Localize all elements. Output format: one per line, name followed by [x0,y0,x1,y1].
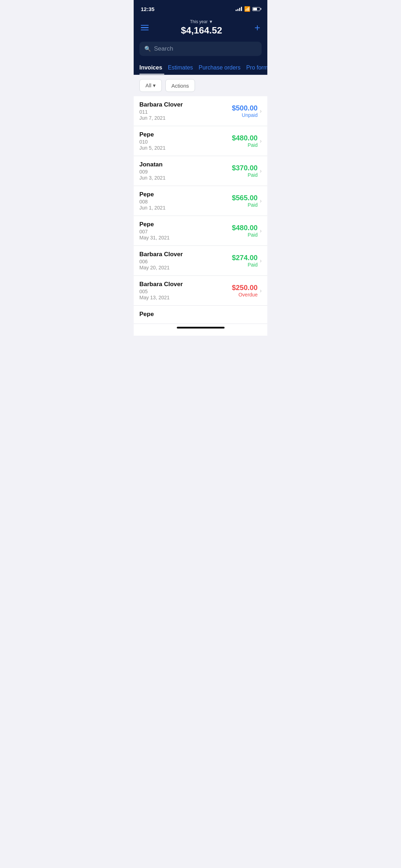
invoice-left: Pepe [139,311,154,319]
search-container: 🔍 [134,42,267,61]
invoice-left: Pepe 010 Jun 5, 2021 [139,131,165,151]
total-amount: $4,164.52 [181,25,222,36]
tab-purchase-orders[interactable]: Purchase orders [199,61,246,74]
chevron-right-icon: › [260,258,262,264]
invoice-name: Pepe [139,311,154,318]
invoice-date: May 20, 2021 [139,265,183,270]
invoice-date: Jun 7, 2021 [139,115,183,121]
invoice-status: Overdue [232,292,257,298]
invoice-left: Pepe 008 Jun 1, 2021 [139,191,165,211]
invoice-number: 009 [139,169,165,175]
invoice-right: $500.00 Unpaid › [232,104,262,118]
invoice-amount-wrap: $370.00 Paid [232,164,257,178]
invoice-left: Barbara Clover 006 May 20, 2021 [139,251,183,270]
invoice-amount-wrap: $250.00 Overdue [232,284,257,298]
invoice-left: Jonatan 009 Jun 3, 2021 [139,161,165,181]
search-input[interactable] [154,45,257,52]
invoice-right: $565.00 Paid › [232,194,262,208]
invoice-item[interactable]: Jonatan 009 Jun 3, 2021 $370.00 Paid › [134,156,267,186]
invoice-amount-wrap: $480.00 Paid [232,134,257,148]
invoice-date: Jun 3, 2021 [139,175,165,181]
invoice-name: Pepe [139,191,165,198]
invoice-name: Barbara Clover [139,251,183,258]
actions-button[interactable]: Actions [165,79,195,92]
invoice-date: Jun 1, 2021 [139,205,165,211]
chevron-right-icon: › [260,168,262,174]
battery-icon [252,7,260,11]
invoice-number: 005 [139,289,183,294]
invoice-amount: $500.00 [232,104,257,112]
invoice-amount-wrap: $500.00 Unpaid [232,104,257,118]
invoice-item[interactable]: Barbara Clover 006 May 20, 2021 $274.00 … [134,246,267,276]
wifi-icon: 📶 [244,6,250,12]
invoice-item[interactable]: Pepe [134,306,267,324]
status-time: 12:35 [141,6,154,12]
invoice-amount: $480.00 [232,134,257,142]
invoice-name: Barbara Clover [139,281,183,288]
filter-bar: All ▾ Actions [134,75,267,96]
invoice-status: Paid [232,202,257,208]
status-bar: 12:35 📶 [134,0,267,16]
invoice-amount: $250.00 [232,284,257,292]
filter-all-button[interactable]: All ▾ [139,79,162,92]
invoice-amount: $565.00 [232,194,257,202]
invoice-date: Jun 5, 2021 [139,145,165,151]
invoice-item[interactable]: Pepe 008 Jun 1, 2021 $565.00 Paid › [134,186,267,216]
chevron-right-icon: › [260,138,262,144]
period-label: This year ▼ [181,19,222,24]
invoice-date: May 13, 2021 [139,295,183,300]
invoice-number: 011 [139,109,183,115]
invoice-item[interactable]: Pepe 010 Jun 5, 2021 $480.00 Paid › [134,126,267,156]
chevron-right-icon: › [260,288,262,294]
search-icon: 🔍 [144,46,151,52]
invoice-number: 008 [139,199,165,205]
invoice-status: Paid [232,172,257,178]
invoice-status: Paid [232,232,257,238]
chevron-right-icon: › [260,228,262,234]
invoice-number: 007 [139,229,170,234]
invoice-number: 010 [139,139,165,145]
invoice-right: $480.00 Paid › [232,224,262,238]
tabs-container: Invoices Estimates Purchase orders Pro f… [134,61,267,75]
menu-button[interactable] [141,25,149,31]
invoice-name: Pepe [139,221,170,228]
header-center: This year ▼ $4,164.52 [181,19,222,36]
invoice-amount-wrap: $274.00 Paid [232,254,257,268]
filter-all-label: All ▾ [145,82,156,89]
home-indicator [177,327,225,329]
tab-pro-forma[interactable]: Pro forma [246,61,267,74]
bottom-bar [134,324,267,336]
tab-estimates[interactable]: Estimates [168,61,199,74]
invoice-number: 006 [139,259,183,264]
invoice-left: Barbara Clover 011 Jun 7, 2021 [139,101,183,121]
invoice-amount-wrap: $565.00 Paid [232,194,257,208]
invoice-item[interactable]: Barbara Clover 005 May 13, 2021 $250.00 … [134,276,267,306]
tab-invoices[interactable]: Invoices [139,61,168,74]
invoice-amount: $480.00 [232,224,257,232]
header: This year ▼ $4,164.52 + [134,16,267,42]
add-button[interactable]: + [255,23,260,33]
tabs-row: Invoices Estimates Purchase orders Pro f… [134,61,267,74]
invoice-name: Jonatan [139,161,165,168]
actions-label: Actions [171,83,189,89]
invoice-amount-wrap: $480.00 Paid [232,224,257,238]
invoice-list: Barbara Clover 011 Jun 7, 2021 $500.00 U… [134,96,267,324]
status-icons: 📶 [236,6,260,12]
invoice-left: Barbara Clover 005 May 13, 2021 [139,281,183,300]
invoice-right: $274.00 Paid › [232,254,262,268]
invoice-right: $480.00 Paid › [232,134,262,148]
invoice-amount: $274.00 [232,254,257,262]
chevron-right-icon: › [260,108,262,114]
invoice-left: Pepe 007 May 31, 2021 [139,221,170,241]
invoice-date: May 31, 2021 [139,235,170,241]
chevron-right-icon: › [260,198,262,204]
invoice-status: Paid [232,142,257,148]
search-bar: 🔍 [139,42,262,56]
invoice-right: $250.00 Overdue › [232,284,262,298]
invoice-item[interactable]: Pepe 007 May 31, 2021 $480.00 Paid › [134,216,267,246]
invoice-status: Paid [232,262,257,268]
invoice-item[interactable]: Barbara Clover 011 Jun 7, 2021 $500.00 U… [134,96,267,126]
invoice-name: Barbara Clover [139,101,183,108]
invoice-status: Unpaid [232,112,257,118]
invoice-amount: $370.00 [232,164,257,172]
